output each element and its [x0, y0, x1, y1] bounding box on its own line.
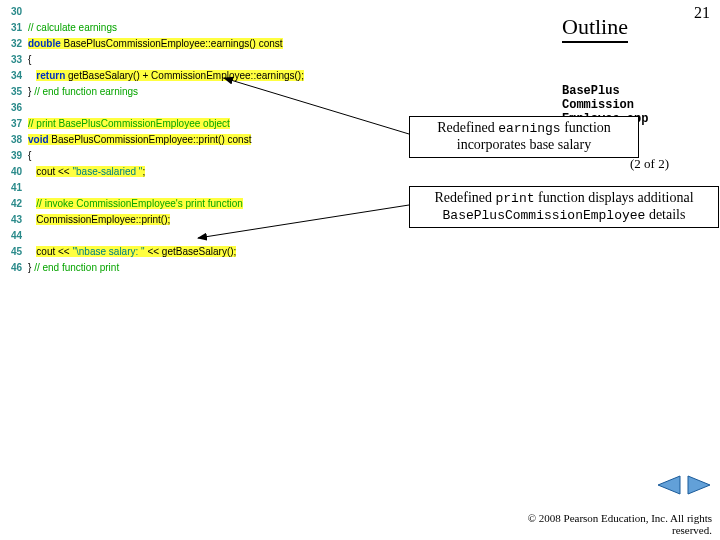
code-line: 36 [0, 100, 470, 116]
code-line: 45 cout << "\nbase salary: " << getBaseS… [0, 244, 470, 260]
copyright: © 2008 Pearson Education, Inc. All right… [512, 512, 712, 536]
code-line: 44 [0, 228, 470, 244]
code-line: 30 [0, 4, 470, 20]
code-line: 33{ [0, 52, 470, 68]
svg-marker-2 [658, 476, 680, 494]
code-line: 46} // end function print [0, 260, 470, 276]
callout-print: Redefined print function displays additi… [409, 186, 719, 228]
file-part-label: (2 of 2) [630, 156, 669, 172]
code-listing: 3031// calculate earnings32double BasePl… [0, 0, 470, 276]
code-line: 38void BasePlusCommissionEmployee::print… [0, 132, 470, 148]
svg-marker-3 [688, 476, 710, 494]
code-line: 40 cout << "base-salaried "; [0, 164, 470, 180]
callout-earnings: Redefined earnings function incorporates… [409, 116, 639, 158]
code-line: 39{ [0, 148, 470, 164]
page-number: 21 [694, 4, 710, 22]
code-line: 41 [0, 180, 470, 196]
code-line: 34 return getBaseSalary() + CommissionEm… [0, 68, 470, 84]
code-line: 42 // invoke CommissionEmployee's print … [0, 196, 470, 212]
outline-heading: Outline [562, 14, 628, 43]
next-arrow-icon[interactable] [686, 474, 712, 496]
code-line: 37// print BasePlusCommissionEmployee ob… [0, 116, 470, 132]
code-line: 43 CommissionEmployee::print(); [0, 212, 470, 228]
code-line: 32double BasePlusCommissionEmployee::ear… [0, 36, 470, 52]
nav-arrows [656, 474, 712, 500]
code-line: 35} // end function earnings [0, 84, 470, 100]
code-line: 31// calculate earnings [0, 20, 470, 36]
prev-arrow-icon[interactable] [656, 474, 682, 496]
